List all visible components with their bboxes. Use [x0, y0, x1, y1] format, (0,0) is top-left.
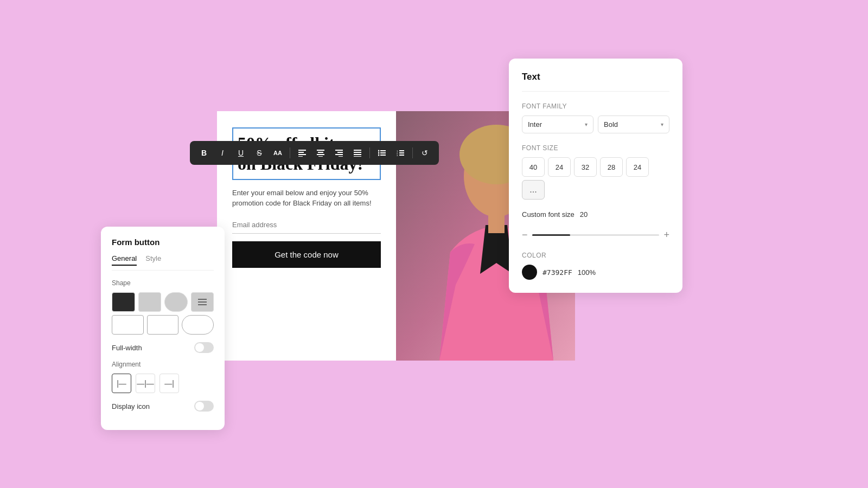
- svg-rect-27: [399, 150, 404, 151]
- svg-rect-16: [354, 150, 361, 151]
- svg-rect-5: [298, 152, 304, 153]
- color-opacity: 100%: [578, 268, 596, 277]
- form-button-panel-title: Form button: [112, 237, 214, 247]
- font-weight-select[interactable]: Bold ▾: [598, 115, 669, 133]
- svg-rect-9: [318, 152, 323, 153]
- slider-fill: [532, 234, 570, 236]
- svg-point-22: [378, 152, 380, 154]
- svg-rect-12: [335, 150, 343, 151]
- color-swatch[interactable]: [522, 265, 537, 280]
- text-panel-title: Text: [522, 72, 669, 92]
- toolbar-separator-1: [290, 147, 290, 158]
- svg-rect-15: [339, 156, 343, 157]
- svg-point-24: [378, 155, 380, 156]
- font-weight-value: Bold: [604, 120, 618, 129]
- cta-button[interactable]: Get the code now: [232, 241, 381, 268]
- color-hex: #7392FF: [542, 268, 572, 277]
- svg-rect-13: [337, 152, 343, 153]
- svg-rect-3: [488, 211, 505, 233]
- font-size-32[interactable]: 32: [574, 157, 597, 177]
- text-panel: Text Font family Inter ▾ Bold ▾ Font siz…: [509, 59, 682, 293]
- shape-outline-rounded[interactable]: [147, 315, 179, 335]
- font-size-24a[interactable]: 24: [548, 157, 571, 177]
- bold-button[interactable]: B: [196, 145, 212, 160]
- svg-rect-21: [380, 150, 386, 151]
- svg-rect-10: [317, 154, 324, 155]
- align-left-option[interactable]: |—: [112, 374, 131, 393]
- svg-rect-25: [380, 155, 386, 156]
- tab-general[interactable]: General: [112, 254, 137, 266]
- shape-rounded-sm[interactable]: [138, 292, 162, 312]
- tab-style[interactable]: Style: [145, 254, 161, 266]
- svg-rect-11: [318, 156, 323, 157]
- align-right-option[interactable]: —|: [159, 374, 179, 393]
- font-size-more[interactable]: ...: [522, 180, 545, 200]
- svg-rect-19: [354, 156, 361, 157]
- svg-rect-7: [298, 156, 303, 157]
- svg-text:3.: 3.: [397, 154, 398, 156]
- panel-tabs: General Style: [112, 254, 214, 271]
- full-width-row: Full-width: [112, 342, 214, 353]
- email-input[interactable]: [232, 216, 381, 234]
- display-icon-toggle[interactable]: [194, 401, 214, 412]
- svg-rect-8: [317, 150, 324, 151]
- italic-button[interactable]: I: [215, 145, 230, 160]
- shape-outline-square[interactable]: [112, 315, 144, 335]
- shape-square-filled[interactable]: [112, 292, 135, 312]
- svg-rect-4: [298, 150, 306, 151]
- shape-grid-row1: [112, 292, 214, 312]
- slider-minus[interactable]: −: [522, 229, 528, 241]
- full-width-label: Full-width: [112, 344, 142, 352]
- align-center-button[interactable]: [313, 145, 328, 160]
- font-family-select[interactable]: Inter ▾: [522, 115, 593, 133]
- display-icon-row: Display icon: [112, 401, 214, 412]
- align-center-option[interactable]: —|—: [136, 374, 155, 393]
- ordered-list-button[interactable]: 1.2.3.: [393, 145, 408, 160]
- form-button-panel: Form button General Style Shape Full-wid…: [101, 227, 225, 430]
- display-icon-label: Display icon: [112, 402, 150, 410]
- alignment-row: |— —|— —|: [112, 374, 214, 393]
- font-size-40[interactable]: 40: [522, 157, 545, 177]
- strikethrough-button[interactable]: S: [252, 145, 267, 160]
- lines-icon: [198, 299, 207, 305]
- text-toolbar: B I U S AA 1.2.3. ↺: [190, 141, 439, 165]
- color-label: Color: [522, 252, 669, 259]
- unordered-list-button[interactable]: [374, 145, 390, 160]
- shape-label: Shape: [112, 279, 214, 287]
- toolbar-separator-2: [369, 147, 370, 158]
- svg-rect-14: [335, 154, 343, 155]
- undo-button[interactable]: ↺: [417, 145, 432, 160]
- custom-font-size-row: Custom font size 20: [522, 210, 669, 219]
- svg-rect-31: [399, 155, 404, 156]
- uppercase-button[interactable]: AA: [270, 145, 285, 160]
- svg-rect-18: [354, 154, 361, 155]
- toolbar-separator-3: [412, 147, 413, 158]
- font-family-value: Inter: [528, 120, 542, 129]
- svg-point-20: [378, 150, 380, 152]
- align-left-button[interactable]: [295, 145, 310, 160]
- font-size-label: Font size: [522, 144, 669, 152]
- slider-track[interactable]: [532, 234, 660, 236]
- color-row: #7392FF 100%: [522, 265, 669, 280]
- font-family-label: Font family: [522, 102, 669, 110]
- underline-button[interactable]: U: [233, 145, 248, 160]
- custom-font-size-label: Custom font size: [522, 210, 575, 219]
- shape-pill[interactable]: [164, 292, 188, 312]
- font-size-24b[interactable]: 24: [626, 157, 649, 177]
- svg-rect-29: [399, 152, 404, 153]
- font-size-slider-row: − +: [522, 229, 669, 241]
- slider-plus[interactable]: +: [663, 229, 669, 241]
- svg-rect-17: [354, 152, 361, 153]
- subtext: Enter your email below and enjoy your 50…: [232, 188, 381, 209]
- shape-lines[interactable]: [191, 292, 214, 312]
- font-weight-arrow: ▾: [661, 121, 663, 127]
- justify-button[interactable]: [350, 145, 365, 160]
- svg-rect-23: [380, 152, 386, 153]
- font-family-arrow: ▾: [585, 121, 588, 127]
- align-right-button[interactable]: [331, 145, 347, 160]
- custom-font-size-value: 20: [580, 210, 588, 219]
- shape-outline-pill[interactable]: [182, 315, 214, 335]
- font-size-28[interactable]: 28: [600, 157, 623, 177]
- svg-rect-6: [298, 154, 306, 155]
- full-width-toggle[interactable]: [194, 342, 214, 353]
